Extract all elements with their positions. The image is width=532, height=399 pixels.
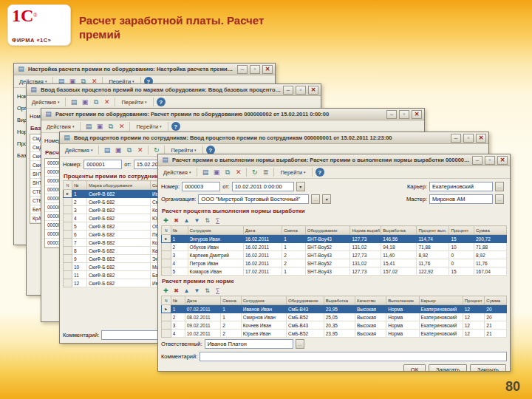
column-header[interactable]: Дата xyxy=(243,226,282,235)
column-header[interactable]: Дата xyxy=(185,296,221,305)
minimize-button[interactable]: – xyxy=(237,65,248,74)
fill-icon[interactable]: ∑ xyxy=(213,216,222,225)
refresh-icon[interactable]: ↻ xyxy=(250,168,259,177)
save-icon[interactable]: ▣ xyxy=(80,98,89,107)
titlebar[interactable]: ▤ Ввод базовых процентов премий по марка… xyxy=(27,84,321,96)
table-row[interactable]: 3Карпеев Дмитрий16.02.20112SHT-Boy43127,… xyxy=(162,251,507,259)
delete-row-icon[interactable]: ✖ xyxy=(171,216,181,225)
column-header[interactable]: Качество xyxy=(355,296,386,305)
copy-icon[interactable]: ⧉ xyxy=(106,122,115,132)
column-header[interactable]: Сумма xyxy=(485,296,507,305)
save-icon[interactable]: ▣ xyxy=(113,146,123,155)
new-icon[interactable]: ▤ xyxy=(200,168,210,177)
titlebar[interactable]: ▤ Настройка расчета премии по оборудован… xyxy=(14,64,275,75)
go-menu[interactable]: Перейти▾ xyxy=(133,122,164,132)
list-icon[interactable]: ≣ xyxy=(261,168,270,177)
column-header[interactable]: Марка оборудования xyxy=(87,181,151,190)
choose-icon[interactable]: … xyxy=(311,194,320,204)
close-button[interactable]: ✕ xyxy=(497,156,508,165)
titlebar[interactable]: ▤ Ввод процентов премии по сотрудникам: … xyxy=(60,132,488,144)
copy-icon[interactable]: ⧉ xyxy=(222,168,232,177)
help-icon[interactable]: ? xyxy=(157,98,166,106)
actions-menu[interactable]: Действия▾ xyxy=(160,168,194,177)
go-menu[interactable]: Перейти▾ xyxy=(277,168,308,177)
delete-icon[interactable]: ✕ xyxy=(233,168,243,177)
delete-icon[interactable]: ✕ xyxy=(117,122,126,132)
delete-icon[interactable]: ✕ xyxy=(102,98,112,107)
copy-icon[interactable]: ⧉ xyxy=(124,146,134,155)
table-row[interactable]: 410.02.20112Юрьев ИванСмБ-В5223,95Высока… xyxy=(162,330,507,338)
help-icon[interactable]: ? xyxy=(171,122,180,131)
choose-icon[interactable]: … xyxy=(296,339,304,349)
sort-icon[interactable]: ⇅ xyxy=(202,216,212,225)
column-header[interactable]: Сумма xyxy=(474,226,506,235)
column-header[interactable]: Карьер xyxy=(419,296,463,305)
table-row[interactable]: 208.02.20111Смирнов ИванСмБ-В5225,05Высо… xyxy=(162,313,507,321)
save-icon[interactable]: ▣ xyxy=(95,122,104,132)
choose-icon[interactable]: … xyxy=(495,182,504,191)
move-down-icon[interactable]: ▼ xyxy=(192,286,202,295)
open-icon[interactable]: ▾ xyxy=(322,194,331,204)
actions-menu[interactable]: Действия▾ xyxy=(29,98,62,107)
close-button[interactable]: ✕ xyxy=(308,86,318,95)
calendar-icon[interactable]: ▾ xyxy=(296,182,305,191)
number-input[interactable]: 000003 xyxy=(182,182,220,191)
number-input[interactable]: 000001 xyxy=(83,160,122,169)
add-row-icon[interactable]: ✚ xyxy=(161,286,171,295)
delete-icon[interactable]: ✕ xyxy=(135,146,145,155)
add-row-icon[interactable]: ✚ xyxy=(161,216,171,225)
column-header[interactable]: Выработка xyxy=(324,296,355,305)
comment-input[interactable] xyxy=(200,352,507,361)
help-icon[interactable]: ? xyxy=(316,168,324,177)
fill-icon[interactable]: ∑ xyxy=(213,286,222,295)
column-header[interactable]: Оборудование xyxy=(305,226,350,235)
delete-row-icon[interactable]: ✖ xyxy=(171,286,181,295)
maximize-button[interactable]: ▫ xyxy=(399,110,409,119)
column-header[interactable]: Смена xyxy=(221,296,241,305)
maximize-button[interactable]: ▫ xyxy=(250,65,260,74)
column-header[interactable]: Выполнение xyxy=(386,296,419,305)
column-header[interactable]: Процент вып. xyxy=(417,226,449,235)
column-header[interactable]: Смена xyxy=(282,226,305,235)
sort-icon[interactable]: ⇅ xyxy=(202,286,212,295)
write-button[interactable]: Записать xyxy=(429,364,467,371)
close-button[interactable]: ✕ xyxy=(476,134,486,143)
master-input[interactable]: Миронов АМ xyxy=(429,194,493,204)
column-header[interactable]: № xyxy=(171,226,188,235)
table-row[interactable]: 309.02.20112Кочнев ИванСмБ-В4320,35Высок… xyxy=(162,321,507,330)
minimize-button[interactable]: – xyxy=(283,86,293,95)
column-header[interactable]: № xyxy=(171,296,185,305)
actions-menu[interactable]: Действия▾ xyxy=(44,122,77,132)
move-up-icon[interactable]: ▲ xyxy=(182,216,191,225)
minimize-button[interactable]: – xyxy=(386,110,397,119)
table-row[interactable]: ►1Энгуров Иван16.02.20111SHT-Boy43127,73… xyxy=(162,235,507,243)
ok-button[interactable]: ОК xyxy=(403,364,426,371)
maximize-button[interactable]: ▫ xyxy=(296,86,306,95)
column-header[interactable]: Сотрудник xyxy=(241,296,286,305)
go-menu[interactable]: Перейти▾ xyxy=(118,98,149,107)
column-header[interactable]: Сотрудник xyxy=(188,226,243,235)
table-row[interactable]: ►107.02.20111Иванов ИванСмБ-В4323,95Высо… xyxy=(162,305,507,313)
table-row[interactable]: 5Комаров Иван17.02.20111SHT-Boy43127,731… xyxy=(162,267,507,276)
minimize-button[interactable]: – xyxy=(451,134,461,143)
quarry-input[interactable]: Екатериновский xyxy=(429,182,493,191)
organization-input[interactable]: ООО "Мирстрой Торговый Восточный" xyxy=(198,194,309,204)
column-header[interactable]: Процент xyxy=(449,226,474,235)
save-icon[interactable]: ▣ xyxy=(211,168,221,177)
choose-icon[interactable]: … xyxy=(495,194,504,204)
copy-icon[interactable]: ⧉ xyxy=(91,98,100,107)
minimize-button[interactable]: – xyxy=(472,156,482,165)
maximize-button[interactable]: ▫ xyxy=(463,134,474,143)
move-up-icon[interactable]: ▲ xyxy=(182,286,191,295)
new-icon[interactable]: ▤ xyxy=(69,98,78,107)
new-icon[interactable]: ▤ xyxy=(83,122,93,132)
titlebar[interactable]: ▤ Расчет премии по оборудованию: Расчет … xyxy=(41,109,424,120)
column-header[interactable]: № xyxy=(72,181,87,190)
column-header[interactable]: Норма выраб. xyxy=(350,226,381,235)
maximize-button[interactable]: ▫ xyxy=(485,156,495,165)
new-icon[interactable]: ▤ xyxy=(102,146,112,155)
close-button[interactable]: ✕ xyxy=(262,65,273,74)
move-down-icon[interactable]: ▼ xyxy=(192,216,202,225)
responsible-input[interactable]: Иванов Платон xyxy=(205,339,293,349)
titlebar[interactable]: ▤ Расчет премии о выполнении нормы выраб… xyxy=(158,154,510,166)
